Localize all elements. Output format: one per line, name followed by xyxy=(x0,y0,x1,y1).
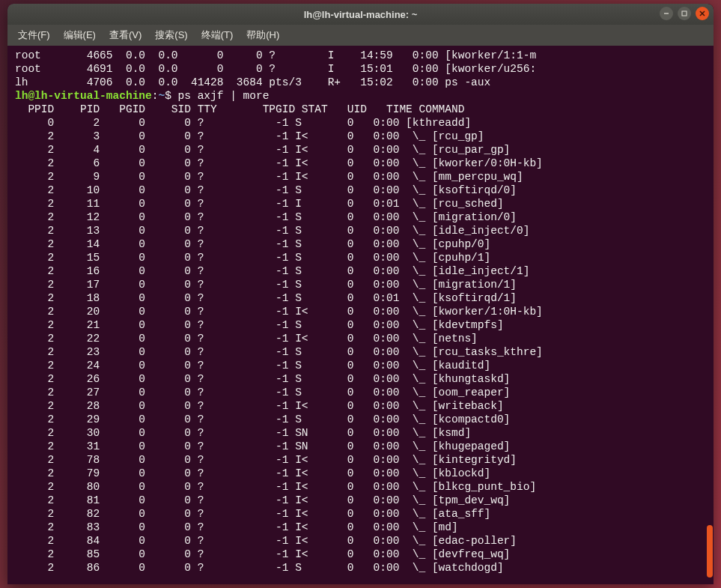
menu-bar: 文件(F) 编辑(E) 查看(V) 搜索(S) 终端(T) 帮助(H) xyxy=(7,25,714,46)
menu-search[interactable]: 搜索(S) xyxy=(149,26,193,44)
maximize-button[interactable] xyxy=(678,7,691,20)
svg-rect-1 xyxy=(682,11,687,16)
minimize-button[interactable] xyxy=(660,7,673,20)
menu-view[interactable]: 查看(V) xyxy=(103,26,147,44)
close-button[interactable] xyxy=(696,7,709,20)
scrollbar-track[interactable] xyxy=(707,46,713,584)
scrollbar-thumb[interactable] xyxy=(707,525,713,578)
minimize-icon xyxy=(663,10,670,17)
menu-file[interactable]: 文件(F) xyxy=(12,26,56,44)
maximize-icon xyxy=(681,10,688,17)
terminal-output[interactable]: root 4665 0.0 0.0 0 0 ? I 14:59 0:00 [kw… xyxy=(7,46,714,584)
window-title: lh@lh-virtual-machine: ~ xyxy=(304,9,418,20)
menu-help[interactable]: 帮助(H) xyxy=(240,26,285,44)
menu-terminal[interactable]: 终端(T) xyxy=(195,26,240,44)
window-controls xyxy=(660,7,709,20)
terminal-window: lh@lh-virtual-machine: ~ 文件(F) 编辑(E) 查看(… xyxy=(7,4,714,584)
title-bar: lh@lh-virtual-machine: ~ xyxy=(7,4,714,25)
scrollbar[interactable] xyxy=(706,46,714,584)
menu-edit[interactable]: 编辑(E) xyxy=(58,26,102,44)
close-icon xyxy=(699,10,706,17)
